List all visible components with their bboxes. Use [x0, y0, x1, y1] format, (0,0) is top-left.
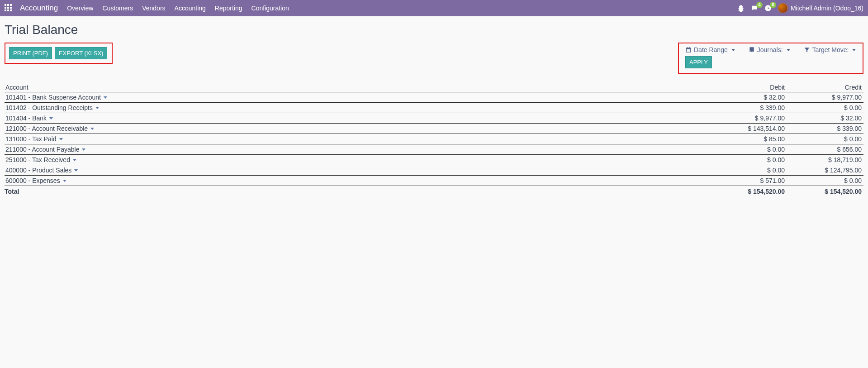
funnel-icon [804, 47, 810, 53]
debit-cell: $ 85.00 [710, 134, 787, 144]
account-cell[interactable]: 600000 - Expenses [5, 176, 710, 186]
account-cell[interactable]: 251000 - Tax Received [5, 155, 710, 165]
credit-cell: $ 0.00 [787, 134, 863, 144]
debit-cell: $ 9,977.00 [710, 113, 787, 124]
col-credit: Credit [787, 82, 863, 92]
credit-cell: $ 0.00 [787, 176, 863, 186]
page-title: Trial Balance [5, 23, 863, 37]
credit-cell: $ 0.00 [787, 103, 863, 113]
app-brand[interactable]: Accounting [20, 4, 58, 13]
caret-down-icon [731, 49, 735, 51]
debug-icon[interactable] [737, 5, 745, 12]
caret-down-icon[interactable] [104, 96, 107, 99]
caret-down-icon[interactable] [49, 117, 53, 119]
nav-vendors[interactable]: Vendors [142, 5, 165, 12]
messages-icon[interactable]: 4 [751, 5, 758, 12]
user-name: Mitchell Admin (Odoo_16) [791, 5, 863, 12]
table-row: 101402 - Outstanding Receipts$ 339.00$ 0… [5, 103, 863, 113]
caret-down-icon[interactable] [59, 138, 63, 140]
account-cell[interactable]: 101401 - Bank Suspense Account [5, 92, 710, 103]
caret-down-icon [787, 49, 790, 51]
debit-cell: $ 0.00 [710, 165, 787, 176]
export-xlsx-button[interactable]: EXPORT (XLSX) [55, 47, 108, 59]
debit-cell: $ 571.00 [710, 176, 787, 186]
table-header-row: Account Debit Credit [5, 82, 863, 92]
credit-cell: $ 656.00 [787, 144, 863, 155]
table-row: 121000 - Account Receivable$ 143,514.00$… [5, 124, 863, 134]
journals-filter[interactable]: Journals: [749, 46, 790, 53]
account-name: 400000 - Product Sales [5, 167, 71, 174]
page-content: Trial Balance PRINT (PDF) EXPORT (XLSX) … [0, 16, 868, 199]
toolbar-row: PRINT (PDF) EXPORT (XLSX) Date Range Jou… [5, 43, 863, 74]
trial-balance-table: Account Debit Credit 101401 - Bank Suspe… [5, 82, 863, 195]
caret-down-icon[interactable] [82, 148, 85, 151]
credit-cell: $ 124,795.00 [787, 165, 863, 176]
nav-menu: Overview Customers Vendors Accounting Re… [67, 5, 289, 12]
account-name: 101402 - Outstanding Receipts [5, 104, 93, 111]
date-range-filter[interactable]: Date Range [685, 46, 735, 53]
debit-cell: $ 32.00 [710, 92, 787, 103]
activities-badge: 8 [770, 2, 776, 8]
filters-row: Date Range Journals: Target Move: [685, 46, 856, 53]
top-navbar: Accounting Overview Customers Vendors Ac… [0, 0, 868, 16]
caret-down-icon[interactable] [73, 159, 76, 161]
nav-accounting[interactable]: Accounting [175, 5, 206, 12]
credit-cell: $ 339.00 [787, 124, 863, 134]
col-account: Account [5, 82, 710, 92]
nav-configuration[interactable]: Configuration [251, 5, 289, 12]
table-row: 131000 - Tax Paid$ 85.00$ 0.00 [5, 134, 863, 144]
account-cell[interactable]: 211000 - Account Payable [5, 144, 710, 155]
debit-cell: $ 339.00 [710, 103, 787, 113]
caret-down-icon [852, 49, 856, 51]
apply-button[interactable]: APPLY [685, 56, 712, 68]
caret-down-icon[interactable] [95, 107, 99, 109]
account-cell[interactable]: 131000 - Tax Paid [5, 134, 710, 144]
total-label: Total [5, 186, 710, 196]
navbar-left: Accounting Overview Customers Vendors Ac… [5, 4, 289, 13]
total-credit: $ 154,520.00 [787, 186, 863, 196]
account-cell[interactable]: 121000 - Account Receivable [5, 124, 710, 134]
date-range-label: Date Range [694, 46, 728, 53]
table-row: 101401 - Bank Suspense Account$ 32.00$ 9… [5, 92, 863, 103]
credit-cell: $ 9,977.00 [787, 92, 863, 103]
credit-cell: $ 18,719.00 [787, 155, 863, 165]
table-row: 400000 - Product Sales$ 0.00$ 124,795.00 [5, 165, 863, 176]
journals-label: Journals: [757, 46, 783, 53]
debit-cell: $ 0.00 [710, 144, 787, 155]
activities-icon[interactable]: 8 [764, 5, 772, 12]
account-cell[interactable]: 101404 - Bank [5, 113, 710, 124]
print-pdf-button[interactable]: PRINT (PDF) [9, 47, 52, 59]
apps-icon[interactable] [5, 4, 13, 12]
book-icon [749, 47, 755, 53]
messages-badge: 4 [756, 2, 763, 8]
total-debit: $ 154,520.00 [710, 186, 787, 196]
avatar [778, 3, 788, 13]
filters-group: Date Range Journals: Target Move: APPLY [678, 43, 863, 74]
nav-customers[interactable]: Customers [102, 5, 133, 12]
caret-down-icon[interactable] [74, 169, 78, 172]
user-menu[interactable]: Mitchell Admin (Odoo_16) [778, 3, 863, 13]
nav-overview[interactable]: Overview [67, 5, 93, 12]
account-name: 101404 - Bank [5, 115, 47, 122]
table-total-row: Total $ 154,520.00 $ 154,520.00 [5, 186, 863, 196]
account-name: 101401 - Bank Suspense Account [5, 94, 101, 101]
export-buttons-group: PRINT (PDF) EXPORT (XLSX) [5, 43, 113, 64]
table-row: 251000 - Tax Received$ 0.00$ 18,719.00 [5, 155, 863, 165]
table-row: 600000 - Expenses$ 571.00$ 0.00 [5, 176, 863, 186]
account-name: 600000 - Expenses [5, 177, 60, 184]
target-move-filter[interactable]: Target Move: [804, 46, 856, 53]
credit-cell: $ 32.00 [787, 113, 863, 124]
account-name: 211000 - Account Payable [5, 146, 79, 153]
debit-cell: $ 0.00 [710, 155, 787, 165]
account-cell[interactable]: 400000 - Product Sales [5, 165, 710, 176]
col-debit: Debit [710, 82, 787, 92]
account-cell[interactable]: 101402 - Outstanding Receipts [5, 103, 710, 113]
caret-down-icon[interactable] [90, 128, 94, 130]
table-row: 211000 - Account Payable$ 0.00$ 656.00 [5, 144, 863, 155]
table-row: 101404 - Bank$ 9,977.00$ 32.00 [5, 113, 863, 124]
nav-reporting[interactable]: Reporting [215, 5, 242, 12]
account-name: 121000 - Account Receivable [5, 125, 88, 132]
target-move-label: Target Move: [812, 46, 849, 53]
calendar-icon [685, 47, 692, 53]
caret-down-icon[interactable] [63, 180, 66, 182]
